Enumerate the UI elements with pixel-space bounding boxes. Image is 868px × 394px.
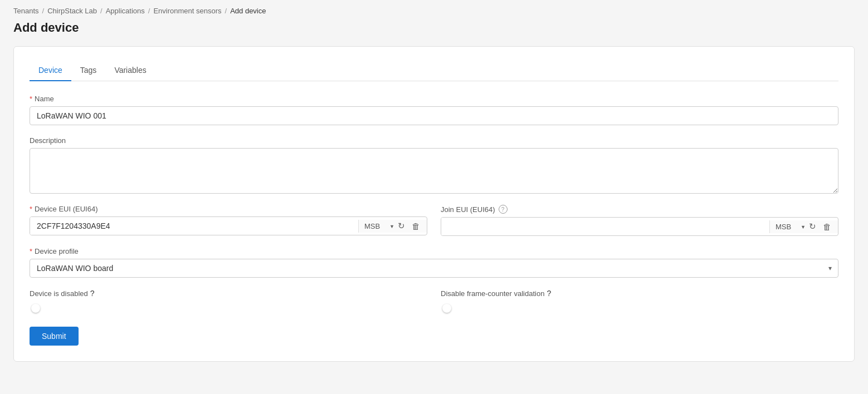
breadcrumb-applications[interactable]: Applications: [106, 7, 145, 15]
join-eui-controls: MSB LSB ▾ ↻ 🗑: [769, 220, 838, 233]
device-eui-refresh-btn[interactable]: ↻: [396, 220, 407, 232]
name-required-star: *: [30, 95, 32, 103]
tab-tags[interactable]: Tags: [71, 60, 106, 81]
device-eui-input-wrapper: MSB LSB ▾ ↻ 🗑: [30, 216, 427, 235]
description-input[interactable]: [30, 148, 838, 194]
breadcrumb-env-sensors[interactable]: Environment sensors: [153, 7, 221, 15]
tab-variables[interactable]: Variables: [105, 60, 155, 81]
join-eui-msb-select[interactable]: MSB LSB: [774, 220, 801, 233]
name-input[interactable]: [30, 106, 838, 125]
device-eui-field-group: * Device EUI (EUI64) MSB LSB ▾: [30, 205, 427, 236]
device-profile-select[interactable]: LoRaWAN WIO board: [30, 259, 838, 278]
device-profile-select-wrapper: LoRaWAN WIO board: [30, 259, 838, 278]
breadcrumb-current: Add device: [230, 7, 266, 15]
join-eui-delete-btn[interactable]: 🗑: [821, 221, 833, 233]
description-label: Description: [30, 136, 838, 145]
device-form: * Name Description * Device EUI (EUI64: [30, 95, 838, 346]
join-eui-msb-wrapper: MSB LSB ▾: [774, 220, 804, 233]
device-eui-msb-wrapper: MSB LSB ▾: [363, 220, 393, 233]
join-eui-field-group: Join EUI (EUI64) ? MSB LSB ▾: [441, 205, 838, 236]
device-disabled-help-icon[interactable]: ?: [90, 289, 95, 298]
device-eui-label: * Device EUI (EUI64): [30, 205, 427, 213]
device-profile-field-group: * Device profile LoRaWAN WIO board: [30, 247, 838, 278]
device-profile-required-star: *: [30, 247, 32, 255]
frame-counter-field-group: Disable frame-counter validation ?: [441, 289, 838, 311]
toggle-row: Device is disabled ? Disable frame-count…: [30, 289, 838, 311]
join-eui-input-wrapper: MSB LSB ▾ ↻ 🗑: [441, 217, 838, 236]
description-field-group: Description: [30, 136, 838, 194]
breadcrumb: Tenants / ChirpStack Lab / Applications …: [13, 7, 855, 15]
tab-device[interactable]: Device: [30, 60, 71, 81]
breadcrumb-sep-1: /: [42, 7, 45, 15]
join-eui-help-icon[interactable]: ?: [499, 205, 508, 214]
device-disabled-label: Device is disabled: [30, 289, 88, 298]
form-card: Device Tags Variables * Name Description: [13, 46, 855, 362]
join-eui-input[interactable]: [441, 218, 769, 235]
breadcrumb-tenants[interactable]: Tenants: [13, 7, 39, 15]
name-field-group: * Name: [30, 95, 838, 125]
submit-row: Submit: [30, 322, 838, 346]
join-eui-label: Join EUI (EUI64) ?: [441, 205, 838, 214]
device-disabled-field-group: Device is disabled ?: [30, 289, 427, 311]
device-eui-delete-btn[interactable]: 🗑: [409, 220, 422, 232]
frame-counter-help-icon[interactable]: ?: [547, 289, 551, 298]
tab-bar: Device Tags Variables: [30, 60, 838, 81]
device-eui-controls: MSB LSB ▾ ↻ 🗑: [358, 220, 427, 233]
name-label: * Name: [30, 95, 838, 103]
page-title: Add device: [13, 21, 855, 35]
eui-row: * Device EUI (EUI64) MSB LSB ▾: [30, 205, 838, 236]
frame-counter-label: Disable frame-counter validation: [441, 289, 544, 298]
device-eui-input[interactable]: [30, 217, 358, 235]
join-eui-refresh-btn[interactable]: ↻: [807, 220, 818, 233]
breadcrumb-sep-4: /: [225, 7, 227, 15]
device-eui-required-star: *: [30, 205, 32, 213]
breadcrumb-chirpstack[interactable]: ChirpStack Lab: [47, 7, 97, 15]
submit-button[interactable]: Submit: [30, 327, 79, 346]
breadcrumb-sep-2: /: [100, 7, 103, 15]
device-profile-label: * Device profile: [30, 247, 838, 255]
breadcrumb-sep-3: /: [148, 7, 150, 15]
device-eui-msb-select[interactable]: MSB LSB: [363, 220, 389, 233]
